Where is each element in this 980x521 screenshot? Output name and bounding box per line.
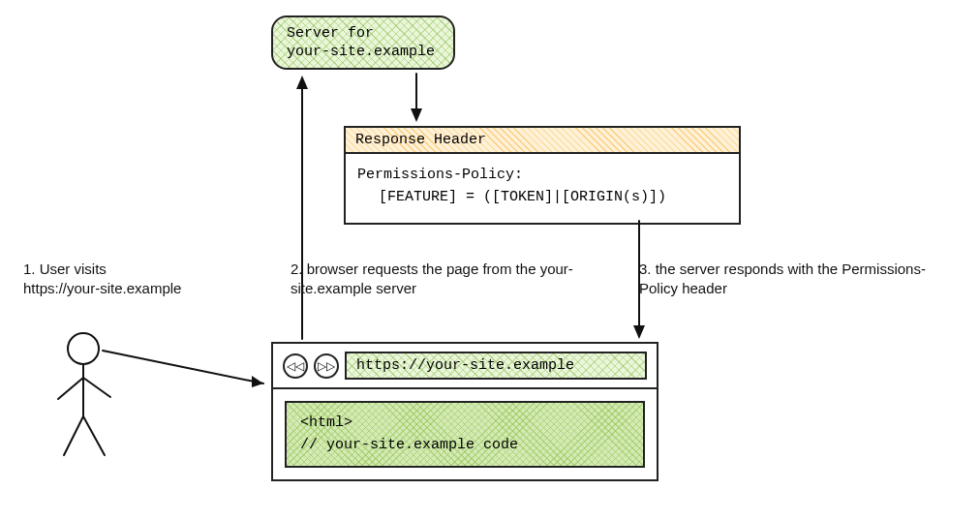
svg-line-2 bbox=[58, 378, 83, 399]
server-box: Server for your-site.example bbox=[271, 15, 455, 70]
svg-line-3 bbox=[83, 378, 110, 397]
response-header-line1: Permissions-Policy: bbox=[357, 164, 727, 186]
page-source-block: <html> // your-site.example code bbox=[285, 401, 645, 468]
step-1-url: https://your-site.example bbox=[23, 280, 181, 296]
response-header-box: Response Header Permissions-Policy: [FEA… bbox=[344, 126, 741, 225]
forward-icon: ▷▷ bbox=[314, 353, 339, 379]
url-bar: https://your-site.example bbox=[345, 352, 647, 380]
step-1-label: 1. User visits https://your-site.example bbox=[23, 260, 246, 299]
step-1-prefix: 1. User visits bbox=[23, 260, 107, 277]
response-header-line2: [FEATURE] = ([TOKEN]|[ORIGIN(s)]) bbox=[357, 186, 727, 208]
svg-marker-13 bbox=[633, 325, 645, 339]
browser-window: ◁◁ ▷▷ https://your-site.example <html> /… bbox=[271, 342, 658, 481]
arrow-user-to-browser bbox=[103, 351, 263, 387]
step-2-label: 2. browser requests the page from the yo… bbox=[291, 260, 591, 299]
server-label-line2: your-site.example bbox=[287, 44, 440, 62]
browser-viewport: <html> // your-site.example code bbox=[273, 389, 657, 479]
browser-toolbar: ◁◁ ▷▷ https://your-site.example bbox=[273, 344, 657, 389]
svg-marker-11 bbox=[411, 108, 422, 122]
svg-marker-7 bbox=[252, 376, 263, 387]
user-figure-icon bbox=[58, 333, 110, 455]
arrow-server-to-header bbox=[411, 74, 422, 122]
svg-line-5 bbox=[83, 416, 105, 455]
response-header-body: Permissions-Policy: [FEATURE] = ([TOKEN]… bbox=[346, 154, 739, 223]
svg-marker-9 bbox=[296, 76, 308, 89]
svg-point-0 bbox=[68, 333, 99, 364]
arrow-browser-to-server bbox=[296, 76, 308, 339]
code-line-1: <html> bbox=[300, 413, 629, 435]
step-3-label: 3. the server responds with the Permissi… bbox=[639, 260, 930, 299]
code-line-2: // your-site.example code bbox=[300, 435, 629, 457]
response-header-title: Response Header bbox=[346, 128, 739, 154]
svg-line-6 bbox=[103, 351, 263, 383]
svg-line-4 bbox=[64, 416, 83, 455]
back-icon: ◁◁ bbox=[283, 353, 308, 379]
server-label-line1: Server for bbox=[287, 25, 440, 44]
